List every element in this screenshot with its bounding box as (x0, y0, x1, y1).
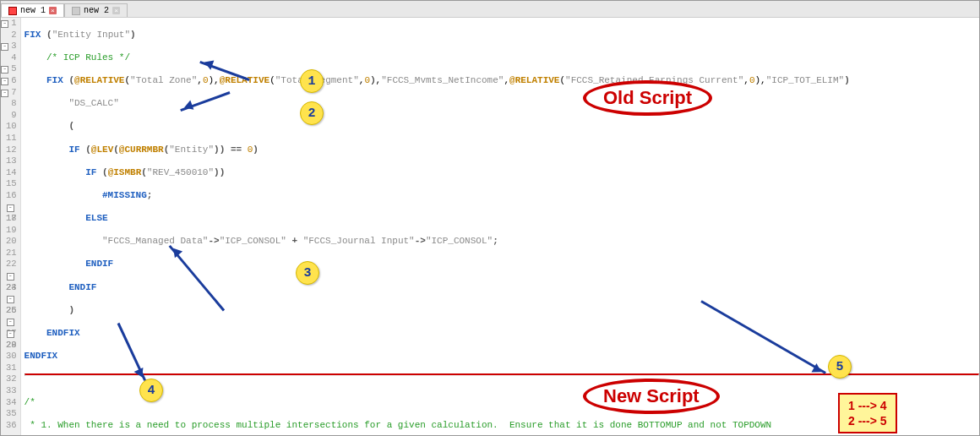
tab-label: new 2 (84, 6, 109, 15)
editor-window: new 1 × new 2 × -1 2 -3 4 -5 -6 -7 8 9 1… (0, 0, 980, 436)
tab-label: new 1 (20, 6, 46, 15)
code-editor[interactable]: -1 2 -3 4 -5 -6 -7 8 9 10 11 12 13 14 15… (1, 18, 979, 435)
divider (24, 373, 979, 376)
close-icon[interactable]: × (49, 7, 57, 14)
close-icon[interactable]: × (112, 7, 120, 14)
file-icon (8, 7, 17, 15)
tab-bar: new 1 × new 2 × (1, 1, 979, 18)
tab-new-1[interactable]: new 1 × (1, 3, 64, 17)
line-gutter: -1 2 -3 4 -5 -6 -7 8 9 10 11 12 13 14 15… (1, 18, 21, 435)
file-icon (72, 7, 80, 15)
tab-new-2[interactable]: new 2 × (64, 3, 128, 17)
code-area[interactable]: FIX ("Entity Input") /* ICP Rules */ FIX… (21, 18, 979, 435)
